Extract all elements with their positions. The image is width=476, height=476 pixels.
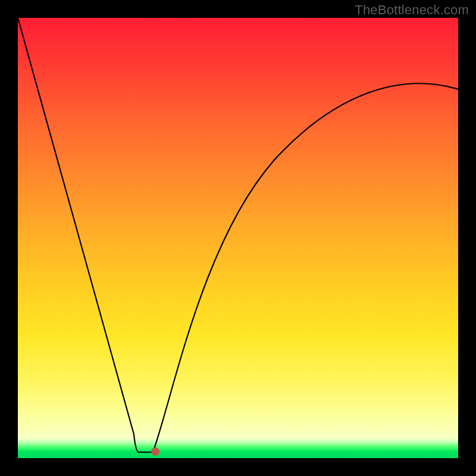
optimal-point-marker [151,447,159,456]
curve-path [18,18,458,452]
chart-frame: TheBottleneck.com [0,0,476,476]
plot-area [18,18,458,458]
watermark-text: TheBottleneck.com [355,2,469,18]
bottleneck-curve [18,18,458,458]
